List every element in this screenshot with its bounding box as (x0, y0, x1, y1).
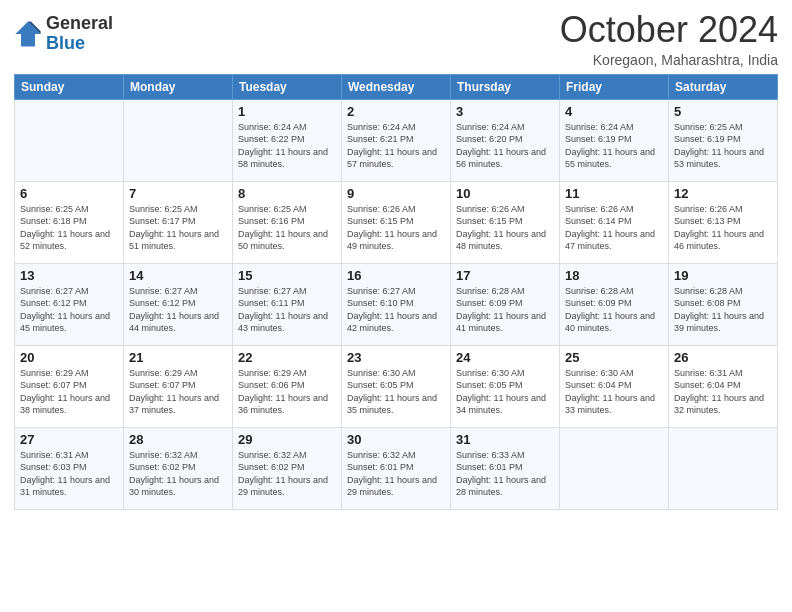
header-row: Sunday Monday Tuesday Wednesday Thursday… (15, 74, 778, 99)
day-info: Sunrise: 6:24 AM Sunset: 6:19 PM Dayligh… (565, 121, 663, 171)
day-number: 31 (456, 432, 554, 447)
day-number: 26 (674, 350, 772, 365)
day-number: 15 (238, 268, 336, 283)
calendar-cell: 17Sunrise: 6:28 AM Sunset: 6:09 PM Dayli… (451, 263, 560, 345)
calendar-cell: 20Sunrise: 6:29 AM Sunset: 6:07 PM Dayli… (15, 345, 124, 427)
day-info: Sunrise: 6:27 AM Sunset: 6:10 PM Dayligh… (347, 285, 445, 335)
day-number: 19 (674, 268, 772, 283)
day-info: Sunrise: 6:29 AM Sunset: 6:06 PM Dayligh… (238, 367, 336, 417)
calendar-cell: 10Sunrise: 6:26 AM Sunset: 6:15 PM Dayli… (451, 181, 560, 263)
day-number: 6 (20, 186, 118, 201)
calendar-week-2: 6Sunrise: 6:25 AM Sunset: 6:18 PM Daylig… (15, 181, 778, 263)
day-number: 18 (565, 268, 663, 283)
day-info: Sunrise: 6:33 AM Sunset: 6:01 PM Dayligh… (456, 449, 554, 499)
calendar-cell: 21Sunrise: 6:29 AM Sunset: 6:07 PM Dayli… (124, 345, 233, 427)
header-sunday: Sunday (15, 74, 124, 99)
calendar-cell: 14Sunrise: 6:27 AM Sunset: 6:12 PM Dayli… (124, 263, 233, 345)
day-info: Sunrise: 6:24 AM Sunset: 6:21 PM Dayligh… (347, 121, 445, 171)
day-number: 13 (20, 268, 118, 283)
day-number: 20 (20, 350, 118, 365)
day-info: Sunrise: 6:30 AM Sunset: 6:05 PM Dayligh… (347, 367, 445, 417)
day-number: 25 (565, 350, 663, 365)
day-info: Sunrise: 6:28 AM Sunset: 6:09 PM Dayligh… (456, 285, 554, 335)
day-info: Sunrise: 6:26 AM Sunset: 6:14 PM Dayligh… (565, 203, 663, 253)
day-info: Sunrise: 6:28 AM Sunset: 6:08 PM Dayligh… (674, 285, 772, 335)
page: General Blue October 2024 Koregaon, Maha… (0, 0, 792, 612)
calendar-cell: 4Sunrise: 6:24 AM Sunset: 6:19 PM Daylig… (560, 99, 669, 181)
header: General Blue October 2024 Koregaon, Maha… (14, 10, 778, 68)
day-number: 17 (456, 268, 554, 283)
calendar-cell: 7Sunrise: 6:25 AM Sunset: 6:17 PM Daylig… (124, 181, 233, 263)
calendar-cell: 13Sunrise: 6:27 AM Sunset: 6:12 PM Dayli… (15, 263, 124, 345)
title-block: October 2024 Koregaon, Maharashtra, Indi… (560, 10, 778, 68)
logo-icon (14, 20, 42, 48)
day-info: Sunrise: 6:28 AM Sunset: 6:09 PM Dayligh… (565, 285, 663, 335)
day-number: 3 (456, 104, 554, 119)
calendar-cell: 23Sunrise: 6:30 AM Sunset: 6:05 PM Dayli… (342, 345, 451, 427)
day-number: 11 (565, 186, 663, 201)
header-thursday: Thursday (451, 74, 560, 99)
calendar-cell: 30Sunrise: 6:32 AM Sunset: 6:01 PM Dayli… (342, 427, 451, 509)
calendar-cell: 1Sunrise: 6:24 AM Sunset: 6:22 PM Daylig… (233, 99, 342, 181)
day-number: 16 (347, 268, 445, 283)
calendar-cell: 11Sunrise: 6:26 AM Sunset: 6:14 PM Dayli… (560, 181, 669, 263)
day-number: 24 (456, 350, 554, 365)
day-info: Sunrise: 6:25 AM Sunset: 6:19 PM Dayligh… (674, 121, 772, 171)
day-number: 1 (238, 104, 336, 119)
day-info: Sunrise: 6:26 AM Sunset: 6:15 PM Dayligh… (456, 203, 554, 253)
calendar-cell: 2Sunrise: 6:24 AM Sunset: 6:21 PM Daylig… (342, 99, 451, 181)
day-number: 5 (674, 104, 772, 119)
day-number: 14 (129, 268, 227, 283)
calendar-week-4: 20Sunrise: 6:29 AM Sunset: 6:07 PM Dayli… (15, 345, 778, 427)
day-number: 22 (238, 350, 336, 365)
day-info: Sunrise: 6:29 AM Sunset: 6:07 PM Dayligh… (129, 367, 227, 417)
day-number: 9 (347, 186, 445, 201)
day-number: 7 (129, 186, 227, 201)
day-number: 2 (347, 104, 445, 119)
day-info: Sunrise: 6:25 AM Sunset: 6:18 PM Dayligh… (20, 203, 118, 253)
day-info: Sunrise: 6:31 AM Sunset: 6:03 PM Dayligh… (20, 449, 118, 499)
day-info: Sunrise: 6:31 AM Sunset: 6:04 PM Dayligh… (674, 367, 772, 417)
calendar-cell (560, 427, 669, 509)
calendar-cell: 9Sunrise: 6:26 AM Sunset: 6:15 PM Daylig… (342, 181, 451, 263)
day-number: 27 (20, 432, 118, 447)
header-friday: Friday (560, 74, 669, 99)
calendar-cell: 3Sunrise: 6:24 AM Sunset: 6:20 PM Daylig… (451, 99, 560, 181)
day-number: 8 (238, 186, 336, 201)
day-number: 4 (565, 104, 663, 119)
day-info: Sunrise: 6:27 AM Sunset: 6:12 PM Dayligh… (129, 285, 227, 335)
day-info: Sunrise: 6:27 AM Sunset: 6:11 PM Dayligh… (238, 285, 336, 335)
header-monday: Monday (124, 74, 233, 99)
calendar-cell: 8Sunrise: 6:25 AM Sunset: 6:16 PM Daylig… (233, 181, 342, 263)
calendar-cell: 25Sunrise: 6:30 AM Sunset: 6:04 PM Dayli… (560, 345, 669, 427)
day-info: Sunrise: 6:26 AM Sunset: 6:13 PM Dayligh… (674, 203, 772, 253)
day-info: Sunrise: 6:26 AM Sunset: 6:15 PM Dayligh… (347, 203, 445, 253)
day-info: Sunrise: 6:25 AM Sunset: 6:16 PM Dayligh… (238, 203, 336, 253)
day-info: Sunrise: 6:32 AM Sunset: 6:01 PM Dayligh… (347, 449, 445, 499)
calendar-cell: 27Sunrise: 6:31 AM Sunset: 6:03 PM Dayli… (15, 427, 124, 509)
calendar-week-1: 1Sunrise: 6:24 AM Sunset: 6:22 PM Daylig… (15, 99, 778, 181)
day-number: 21 (129, 350, 227, 365)
calendar-cell: 6Sunrise: 6:25 AM Sunset: 6:18 PM Daylig… (15, 181, 124, 263)
calendar-cell (124, 99, 233, 181)
day-number: 29 (238, 432, 336, 447)
calendar-body: 1Sunrise: 6:24 AM Sunset: 6:22 PM Daylig… (15, 99, 778, 509)
calendar-cell: 22Sunrise: 6:29 AM Sunset: 6:06 PM Dayli… (233, 345, 342, 427)
day-info: Sunrise: 6:30 AM Sunset: 6:04 PM Dayligh… (565, 367, 663, 417)
header-saturday: Saturday (669, 74, 778, 99)
day-info: Sunrise: 6:32 AM Sunset: 6:02 PM Dayligh… (129, 449, 227, 499)
calendar-cell: 5Sunrise: 6:25 AM Sunset: 6:19 PM Daylig… (669, 99, 778, 181)
day-number: 12 (674, 186, 772, 201)
day-info: Sunrise: 6:29 AM Sunset: 6:07 PM Dayligh… (20, 367, 118, 417)
calendar-cell: 28Sunrise: 6:32 AM Sunset: 6:02 PM Dayli… (124, 427, 233, 509)
day-number: 28 (129, 432, 227, 447)
day-info: Sunrise: 6:30 AM Sunset: 6:05 PM Dayligh… (456, 367, 554, 417)
svg-marker-0 (15, 21, 40, 46)
calendar-week-5: 27Sunrise: 6:31 AM Sunset: 6:03 PM Dayli… (15, 427, 778, 509)
calendar-cell: 29Sunrise: 6:32 AM Sunset: 6:02 PM Dayli… (233, 427, 342, 509)
header-wednesday: Wednesday (342, 74, 451, 99)
calendar-cell: 15Sunrise: 6:27 AM Sunset: 6:11 PM Dayli… (233, 263, 342, 345)
calendar-cell: 26Sunrise: 6:31 AM Sunset: 6:04 PM Dayli… (669, 345, 778, 427)
calendar-cell: 16Sunrise: 6:27 AM Sunset: 6:10 PM Dayli… (342, 263, 451, 345)
day-info: Sunrise: 6:25 AM Sunset: 6:17 PM Dayligh… (129, 203, 227, 253)
